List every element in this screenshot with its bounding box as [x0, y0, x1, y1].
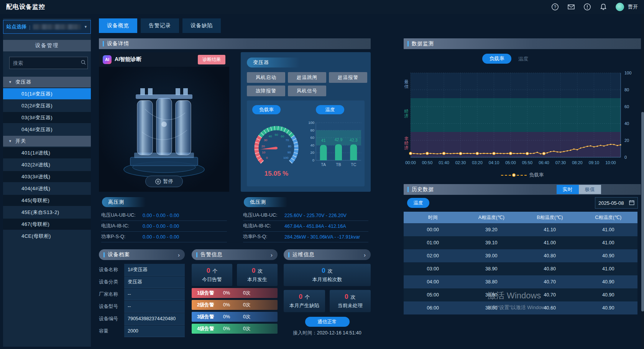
history-col-header: C相温度(℃)	[579, 212, 638, 223]
avatar[interactable]	[616, 3, 624, 11]
measure-row: 电流IA-IB-IC:467.84A - 451.84A - 412.16A	[243, 221, 368, 232]
app-title: 配电设备监控	[6, 3, 45, 11]
tree-group[interactable]: ▼开关	[3, 136, 91, 147]
scrollbar-thumb[interactable]	[641, 112, 644, 311]
history-cell: 40.80	[521, 249, 579, 262]
tree-group[interactable]: ▼变压器	[3, 77, 91, 87]
temperature-pill[interactable]: 温度	[316, 105, 344, 114]
bell-icon[interactable]	[600, 3, 607, 11]
history-cell: 40.90	[579, 288, 638, 301]
archive-value: --	[124, 301, 185, 313]
measure-label: 电流IA-IB-IC:	[101, 223, 143, 229]
tree-item[interactable]: 4CE(母联柜)	[3, 230, 91, 242]
history-cell: 06:00	[404, 301, 462, 314]
stat-unit: 次	[258, 268, 263, 274]
alarm-level-label: 2级告警	[197, 302, 223, 308]
extreme-mode-button[interactable]: 极值	[579, 185, 601, 194]
history-cell: 05:00	[404, 288, 462, 301]
tree-item[interactable]: 03(3#变压器)	[3, 112, 91, 123]
tree-item[interactable]: 401(1#进线)	[3, 147, 91, 158]
archive-value: --	[124, 288, 185, 300]
history-row: 05:0038.8040.7040.90	[404, 288, 637, 301]
history-cell: 40.70	[521, 275, 579, 288]
load-rate-pill[interactable]: 负载率	[252, 105, 281, 114]
tree-item[interactable]: 02(2#变压器)	[3, 100, 91, 111]
alarm-level-label: 1级告警	[197, 290, 223, 296]
device-archive-header[interactable]: 设备档案 ›	[99, 249, 185, 260]
stat-label: 今日告警	[202, 276, 222, 283]
signal-button-故障报警[interactable]: 故障报警	[247, 86, 285, 96]
tree-item[interactable]: 403(3#进线)	[3, 171, 91, 182]
signal-button-超温报警[interactable]: 超温报警	[329, 72, 367, 83]
archive-row: 容量2000	[99, 325, 185, 337]
realtime-mode-button[interactable]: 实时	[557, 185, 579, 194]
tree-item[interactable]: 404(4#进线)	[3, 183, 91, 194]
stat-label: 本月产生缺陷	[289, 302, 319, 309]
high-voltage-section: 高压测 电压UA-UB-UC:0.00 - 0.00 - 0.00电流IA-IB…	[99, 196, 229, 243]
tree-item[interactable]: 04(4#变压器)	[3, 124, 91, 135]
svg-text:0: 0	[266, 156, 268, 160]
ai-logo-icon: AI	[103, 55, 112, 64]
measure-value: 0.00 - 0.00 - 0.00	[143, 234, 179, 240]
history-cell: 40.90	[579, 275, 638, 288]
measure-row: 电压UA-UB-UC:0.00 - 0.00 - 0.00	[101, 210, 227, 221]
tab-设备概览[interactable]: 设备概览	[99, 18, 137, 33]
archive-label: 设备名称	[99, 267, 124, 273]
svg-text:09:10: 09:10	[589, 160, 600, 165]
history-temp-tag[interactable]: 温度	[407, 198, 429, 208]
stat-number: 0	[322, 267, 325, 274]
site-selector[interactable]: 站点选择 | ▼	[3, 20, 91, 34]
svg-text:08:20: 08:20	[572, 160, 583, 165]
alarm-info-header[interactable]: 告警信息 ›	[192, 249, 278, 260]
svg-text:经济: 经济	[404, 109, 409, 118]
alert-icon[interactable]	[583, 3, 591, 11]
topbar: 配电设备监控 ? 曹开	[0, 0, 644, 14]
tab-告警记录[interactable]: 告警记录	[141, 18, 179, 33]
chevron-right-icon: ›	[178, 252, 180, 258]
ops-info-header[interactable]: 运维信息 ›	[284, 249, 371, 260]
history-cell: 02:00	[404, 249, 462, 262]
help-icon[interactable]: ?	[551, 3, 559, 11]
stat-unit: 个	[212, 268, 217, 274]
device-detail-header: 设备详情	[99, 38, 371, 49]
date-picker[interactable]: 2025-05-08	[595, 197, 638, 209]
svg-text:0: 0	[312, 158, 314, 162]
measure-value: 225.60V - 225.70V - 226.20V	[284, 213, 347, 218]
tree-item[interactable]: 467(母联柜)	[3, 219, 91, 230]
search-input[interactable]	[13, 60, 80, 66]
main-tabs: 设备概览告警记录设备缺陷	[99, 18, 221, 33]
svg-text:42.9: 42.9	[335, 137, 343, 142]
tree-item[interactable]: 45E(来自S13-2)	[3, 207, 91, 218]
tree-item[interactable]: 445(母联柜)	[3, 195, 91, 206]
diagnose-result-button[interactable]: 诊断结果	[198, 55, 225, 64]
signal-button-风机启动[interactable]: 风机启动	[247, 72, 285, 83]
tree-item[interactable]: 402(2#进线)	[3, 159, 91, 170]
tree-item[interactable]: 01(1#变压器)	[3, 88, 91, 99]
measure-label: 功率P-S-Q:	[243, 234, 284, 240]
chevron-down-icon: ▼	[84, 25, 87, 29]
svg-text:非经济: 非经济	[404, 136, 409, 150]
monitor-toggle-temp[interactable]: 温度	[518, 56, 528, 63]
measure-row: 电压UA-UB-UC:225.60V - 225.70V - 226.20V	[243, 210, 368, 221]
pause-button[interactable]: 暂停	[145, 176, 183, 187]
history-cell: 40.90	[579, 249, 638, 262]
svg-text:00:00: 00:00	[405, 160, 416, 165]
signal-button-风机信号[interactable]: 风机信号	[288, 86, 326, 96]
history-cell: 38.80	[462, 275, 521, 288]
legend-label: 负载率	[529, 172, 544, 178]
archive-label: 设备分类	[99, 279, 124, 285]
history-cell: 41.00	[579, 236, 638, 249]
transformer-3d-view[interactable]: 暂停	[99, 67, 229, 192]
measure-row: 电流IA-IB-IC:0.00 - 0.00 - 0.00	[101, 221, 227, 232]
archive-row: 设备分类变压器	[99, 276, 185, 288]
ops-info-card: 运维信息 › 0次本月巡检次数 0个本月产生缺陷0次当前未处理 通信正常 接入时…	[284, 249, 371, 340]
signal-button-超温跳闸[interactable]: 超温跳闸	[288, 72, 326, 83]
mail-icon[interactable]	[567, 3, 575, 11]
device-archive-card: 设备档案 › 设备名称1#变压器设备分类变压器厂家名称--设备型号--设备编号7…	[99, 249, 185, 340]
chart-legend[interactable]: 负载率	[404, 172, 641, 178]
monitor-toggle-load[interactable]: 负载率	[482, 54, 511, 64]
tab-设备缺陷[interactable]: 设备缺陷	[182, 18, 221, 33]
site-name-redacted	[33, 24, 81, 30]
site-selector-label: 站点选择	[7, 23, 26, 30]
svg-text:60: 60	[310, 135, 314, 140]
